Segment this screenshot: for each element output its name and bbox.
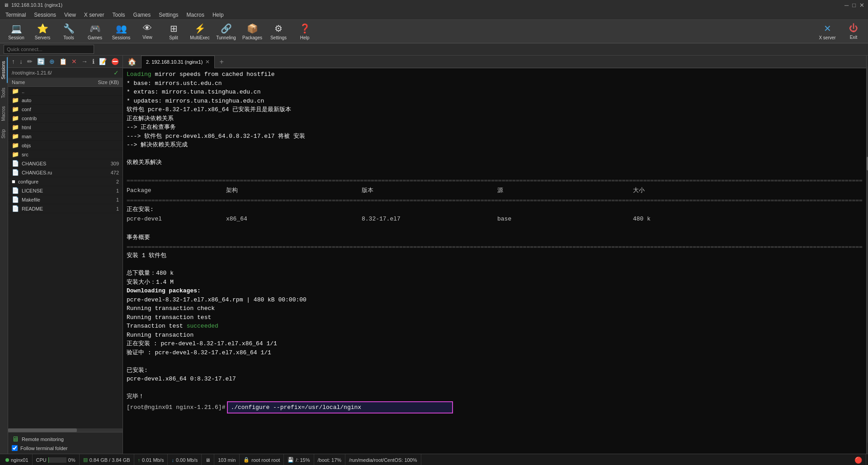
terminal-output[interactable]: Loading mirror speeds from cached hostfi… — [123, 68, 866, 454]
pkg-arch: x86_64 — [226, 215, 362, 224]
separator-line-2: ========================================… — [127, 196, 863, 205]
toolbar-settings[interactable]: ⚙ Settings — [266, 21, 291, 42]
fp-arrow-btn[interactable]: → — [80, 57, 90, 66]
toolbar-servers-label: Servers — [35, 35, 50, 40]
list-item[interactable]: 📁 .. — [8, 87, 123, 96]
list-item[interactable]: 📄 CHANGES.ru 472 — [8, 168, 123, 177]
list-item[interactable]: 📁 man — [8, 132, 123, 141]
toolbar-exit[interactable]: ⏻ Exit — [843, 21, 864, 42]
menu-xserver[interactable]: X server — [80, 11, 108, 19]
toolbar-split[interactable]: ⊞ Split — [161, 21, 186, 42]
list-item[interactable]: 📁 html — [8, 123, 123, 132]
file-name: README — [22, 206, 83, 211]
fp-block-btn[interactable]: ⛔ — [109, 57, 121, 66]
toolbar-multiexec[interactable]: ⚡ MultiExec — [187, 21, 212, 42]
list-item[interactable]: 📄 LICENSE 1 — [8, 186, 123, 195]
file-name: CHANGES — [22, 161, 83, 166]
list-item[interactable]: 📁 src — [8, 150, 123, 159]
toolbar-xserver-label: X server — [819, 35, 835, 40]
new-tab-button[interactable]: + — [215, 56, 228, 68]
status-network: ▤ 0.84 GB / 3.84 GB — [80, 454, 134, 465]
settings-icon: ⚙ — [274, 23, 283, 34]
main-area: Sessions Tools Macros Strip ↑ ↓ ✏ 🔄 ⊕ 📋 … — [0, 56, 868, 454]
filepanel-toolbar: ↑ ↓ ✏ 🔄 ⊕ 📋 ✕ → ℹ 📝 ⛔ — [8, 56, 123, 68]
toolbar-tools[interactable]: 🔧 Tools — [56, 21, 81, 42]
menu-macros[interactable]: Macros — [183, 11, 208, 19]
follow-terminal-checkbox[interactable] — [12, 445, 18, 451]
file-size: 1 — [83, 206, 119, 211]
app-icon: 🖥 — [4, 2, 9, 8]
fp-refresh-btn[interactable]: 🔄 — [35, 57, 47, 66]
toolbar-servers[interactable]: ⭐ Servers — [30, 21, 55, 42]
file-size: 1 — [83, 197, 119, 202]
terminal-line — [127, 167, 863, 176]
fp-info-btn[interactable]: ℹ — [90, 57, 96, 66]
network-icon: ▤ — [83, 457, 88, 463]
list-item[interactable]: 📁 auto — [8, 96, 123, 105]
toolbar-packages[interactable]: 📦 Packages — [240, 21, 265, 42]
toolbar-xserver[interactable]: ✕ X server — [813, 21, 842, 42]
col-version: 版本 — [362, 186, 497, 195]
sidebar-tab-tools[interactable]: Tools — [0, 84, 8, 102]
active-tab[interactable]: 2. 192.168.10.31 (nginx1) ✕ — [141, 56, 215, 68]
cpu-fill — [48, 457, 49, 463]
list-item[interactable]: ■ configure 2 — [8, 177, 123, 186]
list-item[interactable]: 📄 Makefile 1 — [8, 195, 123, 204]
toolbar-session[interactable]: 💻 Session — [4, 21, 29, 42]
list-item[interactable]: 📄 README 1 — [8, 204, 123, 213]
tab-home-icon[interactable]: 🏠 — [123, 57, 141, 66]
menu-tools[interactable]: Tools — [109, 11, 129, 19]
folder-icon: 📁 — [12, 133, 19, 140]
menu-help[interactable]: Help — [209, 11, 227, 19]
sidebar-tab-sessions[interactable]: Sessions — [0, 57, 8, 83]
fp-up-btn[interactable]: ↑ — [10, 57, 17, 66]
col-package: Package — [127, 186, 226, 195]
close-button[interactable]: ✕ — [859, 2, 864, 9]
terminal-line — [127, 357, 863, 366]
menu-sessions[interactable]: Sessions — [30, 11, 60, 19]
menu-terminal[interactable]: Terminal — [2, 11, 29, 19]
fp-delete-btn[interactable]: ✕ — [70, 57, 79, 66]
fp-edit-btn[interactable]: ✏ — [25, 57, 34, 66]
help-icon: ❓ — [299, 23, 311, 34]
file-size: 309 — [83, 161, 119, 166]
list-item[interactable]: 📁 conf — [8, 105, 123, 114]
menu-settings[interactable]: Settings — [155, 11, 182, 19]
toolbar-help[interactable]: ❓ Help — [292, 21, 317, 42]
menu-games[interactable]: Games — [130, 11, 155, 19]
list-item[interactable]: 📁 objs — [8, 141, 123, 150]
toolbar-sessions[interactable]: 👥 Sessions — [108, 21, 134, 42]
follow-terminal-item: Follow terminal folder — [12, 445, 119, 451]
toolbar-tunneling[interactable]: 🔗 Tunneling — [213, 21, 239, 42]
file-name: auto — [22, 98, 83, 103]
right-sidebar: ▲ ▼ — [866, 56, 868, 454]
terminal-line — [127, 225, 863, 234]
monitor-icon: 🖥 — [12, 435, 19, 443]
file-name: html — [22, 125, 83, 130]
list-item[interactable]: 📁 contrib — [8, 114, 123, 123]
file-name: Makefile — [22, 197, 83, 202]
filepanel-scrollbar[interactable] — [8, 428, 123, 432]
packages-icon: 📦 — [247, 23, 258, 34]
fp-copy-btn[interactable]: 📋 — [57, 57, 69, 66]
toolbar-games[interactable]: 🎮 Games — [82, 21, 108, 42]
terminal-line: 正在安装 : pcre-devel-8.32-17.el7.x86_64 1/1 — [127, 339, 863, 348]
minimize-button[interactable]: ─ — [844, 2, 849, 9]
fp-new-btn[interactable]: ⊕ — [47, 57, 57, 66]
folder-icon: 📁 — [12, 97, 19, 103]
fp-text-btn[interactable]: 📝 — [97, 57, 108, 66]
menu-view[interactable]: View — [61, 11, 80, 19]
maximize-button[interactable]: □ — [852, 2, 856, 9]
cpu-percent: 0% — [68, 457, 75, 463]
sidebar-tab-strip[interactable]: Strip — [0, 126, 8, 142]
toolbar-view[interactable]: 👁 View — [135, 21, 160, 42]
list-item[interactable]: 📄 CHANGES 309 — [8, 159, 123, 168]
remote-monitoring-label[interactable]: Remote monitoring — [22, 437, 64, 442]
tab-close-icon[interactable]: ✕ — [205, 59, 210, 65]
fp-down-btn[interactable]: ↓ — [18, 57, 24, 66]
table-data-row: pcre-devel x86_64 8.32-17.el7 base 480 k — [127, 214, 863, 225]
sidebar-tab-macros[interactable]: Macros — [0, 103, 8, 125]
quickconnect-input[interactable] — [4, 45, 94, 54]
status-watermark: 🔴 — [851, 454, 866, 465]
doc-icon: 📄 — [12, 205, 19, 212]
